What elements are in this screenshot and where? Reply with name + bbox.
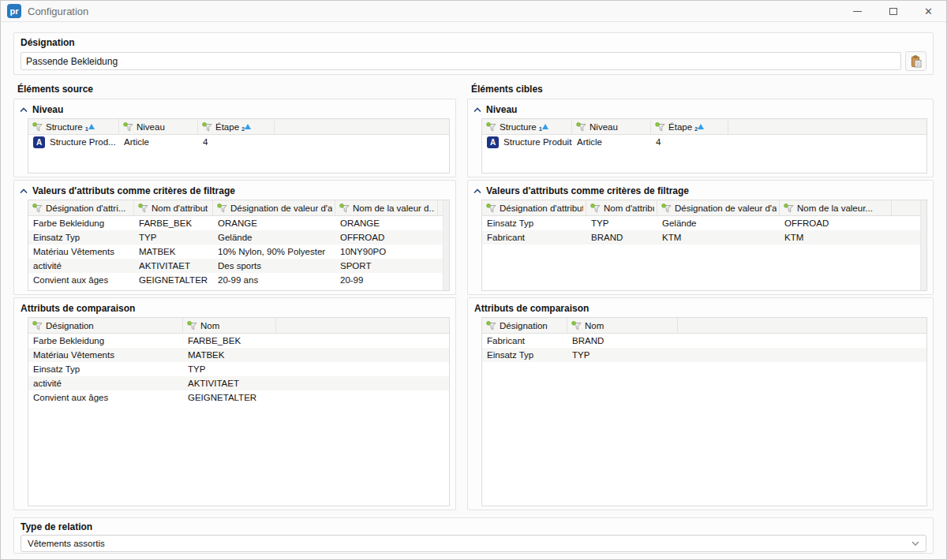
filter-icon[interactable] <box>590 203 601 213</box>
table-row[interactable]: activitéAKTIVITAET <box>28 376 449 390</box>
table-cell: activité <box>28 259 134 273</box>
column-header[interactable]: Désignation d'attri... <box>28 200 134 215</box>
chevron-down-icon <box>911 541 919 546</box>
table-cell: 20-99 <box>335 273 438 287</box>
column-header[interactable]: Désignation de valeur d'a... <box>213 200 335 215</box>
column-header[interactable]: Désignation d'attribut <box>482 200 586 215</box>
filter-icon[interactable] <box>486 321 496 330</box>
sort-ascending-icon: 2 <box>697 123 704 130</box>
collapse-caret-icon[interactable] <box>20 189 28 194</box>
filter-icon[interactable] <box>784 203 794 213</box>
column-header-filler <box>678 318 926 333</box>
filter-icon[interactable] <box>32 321 43 330</box>
target-niveau-header: Niveau <box>486 104 517 115</box>
table-cell: MATBEK <box>134 245 213 259</box>
source-comparison-panel: Attributs de comparaison DésignationNomF… <box>13 297 456 510</box>
column-header[interactable]: Désignation <box>28 318 183 333</box>
table-cell: OFFROAD <box>780 216 892 230</box>
filter-icon[interactable] <box>138 203 148 213</box>
table-row[interactable]: AStructure ProduitsArticle4 <box>482 135 926 149</box>
designation-panel: Désignation <box>13 32 934 75</box>
column-header[interactable]: Structure1 <box>28 119 119 134</box>
table-row[interactable]: Convient aux âgesGEIGNETALTER20-99 ans20… <box>28 273 449 287</box>
filter-icon[interactable] <box>32 203 43 213</box>
window-controls: ✕ <box>840 1 946 21</box>
filter-icon[interactable] <box>123 122 133 132</box>
table-body: Farbe BekleidungFARBE_BEKMatériau Vêteme… <box>28 334 449 405</box>
column-header[interactable]: Nom de la valeur... <box>780 200 892 215</box>
configuration-window: pr Configuration ✕ Désignation <box>0 0 947 560</box>
table-row[interactable]: activitéAKTIVITAETDes sportsSPORT <box>28 259 449 273</box>
table-cell: Gelände <box>657 216 780 230</box>
table-row[interactable]: Farbe BekleidungFARBE_BEK <box>28 334 449 348</box>
table-cell: KTM <box>780 230 892 245</box>
filter-icon[interactable] <box>187 321 197 330</box>
target-niveau-table: Structure1NiveauÉtape2AStructure Produit… <box>481 118 927 174</box>
table-cell: OFFROAD <box>335 230 438 245</box>
table-row[interactable]: Farbe BekleidungFARBE_BEKORANGEORANGE <box>28 216 449 230</box>
column-header[interactable]: Nom <box>183 318 276 333</box>
filter-icon[interactable] <box>661 203 672 213</box>
table-row[interactable]: FabricantBRANDKTMKTM <box>482 230 926 245</box>
table-body: Farbe BekleidungFARBE_BEKORANGEORANGEEin… <box>28 216 449 287</box>
table-row[interactable]: Einsatz TypTYP <box>28 362 449 376</box>
filter-icon[interactable] <box>202 122 212 132</box>
column-header[interactable]: Nom d'attribut <box>134 200 213 215</box>
table-row[interactable]: Einsatz TypTYPGeländeOFFROAD <box>482 216 926 230</box>
maximize-icon <box>889 8 897 15</box>
table-cell: GEIGNETALTER <box>183 390 276 405</box>
filter-icon[interactable] <box>486 203 496 213</box>
paste-button[interactable] <box>905 51 926 71</box>
filter-icon[interactable] <box>217 203 227 213</box>
table-cell: Article <box>572 135 651 149</box>
table-cell: AStructure Produits <box>482 135 572 149</box>
filter-icon[interactable] <box>486 122 496 132</box>
sort-ascending-icon: 2 <box>244 123 251 130</box>
table-row[interactable]: Einsatz TypTYP <box>482 348 926 362</box>
table-cell: TYP <box>586 216 657 230</box>
table-row[interactable]: Matériau VêtementsMATBEK10% Nylon, 90% P… <box>28 245 449 259</box>
column-header[interactable]: Nom d'attribut <box>586 200 657 215</box>
table-row[interactable]: FabricantBRAND <box>482 334 926 348</box>
table-cell: MATBEK <box>183 348 276 362</box>
table-row[interactable]: Convient aux âgesGEIGNETALTER <box>28 390 449 405</box>
sort-ascending-icon: 1 <box>541 123 548 130</box>
table-cell: activité <box>28 376 183 390</box>
table-cell: Einsatz Typ <box>482 348 567 362</box>
table-row[interactable]: Einsatz TypTYPGeländeOFFROAD <box>28 230 449 245</box>
collapse-caret-icon[interactable] <box>474 107 481 113</box>
filter-icon[interactable] <box>576 122 586 132</box>
filter-icon[interactable] <box>655 122 665 132</box>
vertical-scrollbar[interactable] <box>920 200 926 290</box>
column-header[interactable]: Nom de la valeur d... <box>335 200 438 215</box>
collapse-caret-icon[interactable] <box>20 107 28 113</box>
maximize-button[interactable] <box>875 1 911 21</box>
filter-icon[interactable] <box>32 122 43 132</box>
table-cell: BRAND <box>567 334 678 348</box>
column-header[interactable]: Niveau <box>572 119 651 134</box>
filter-icon[interactable] <box>339 203 350 213</box>
collapse-caret-icon[interactable] <box>474 189 481 194</box>
table-cell: Des sports <box>213 259 335 273</box>
column-header[interactable]: Étape2 <box>198 119 275 134</box>
table-cell: ORANGE <box>335 216 438 230</box>
column-header-filler <box>275 119 449 134</box>
table-body: AStructure ProduitsArticle4 <box>482 135 926 149</box>
vertical-scrollbar[interactable] <box>443 200 449 290</box>
column-header[interactable]: Désignation <box>482 318 567 333</box>
filter-icon[interactable] <box>571 321 582 330</box>
table-row[interactable]: Matériau VêtementsMATBEK <box>28 348 449 362</box>
column-header[interactable]: Étape2 <box>651 119 728 134</box>
column-header[interactable]: Structure1 <box>482 119 572 134</box>
close-button[interactable]: ✕ <box>911 1 946 21</box>
minimize-icon <box>853 11 862 12</box>
designation-input[interactable] <box>21 52 901 70</box>
column-header-filler <box>728 119 926 134</box>
clipboard-paste-icon <box>910 55 923 68</box>
column-header[interactable]: Nom <box>567 318 678 333</box>
column-header[interactable]: Niveau <box>119 119 198 134</box>
table-row[interactable]: AStructure Prod...Article4 <box>28 135 449 149</box>
column-header[interactable]: Désignation de valeur d'a... <box>657 200 780 215</box>
relation-type-dropdown[interactable]: Vêtements assortis <box>21 535 926 552</box>
minimize-button[interactable] <box>840 1 875 21</box>
